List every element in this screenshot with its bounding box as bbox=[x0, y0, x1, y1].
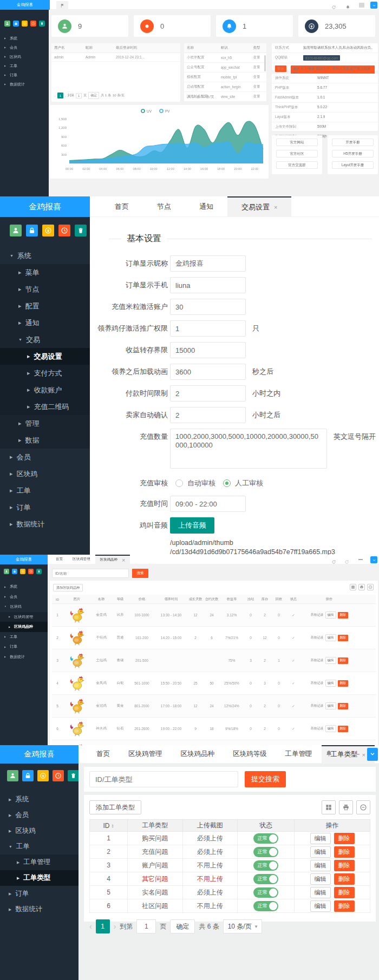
confirm-page-button[interactable]: 确定 bbox=[170, 919, 195, 933]
add-breed-button[interactable]: 添加区块鸡品种 bbox=[53, 584, 83, 591]
column-header[interactable]: 合约次数 bbox=[204, 597, 220, 602]
trash-icon[interactable] bbox=[39, 21, 45, 27]
status-toggle[interactable]: 正常 bbox=[253, 901, 278, 911]
tab-区块鸡管理[interactable]: 区块鸡管理 bbox=[68, 555, 95, 564]
prev-page[interactable]: ‹ bbox=[89, 922, 92, 931]
column-header[interactable]: 收益率 bbox=[220, 597, 244, 602]
sidebar-item-数据统计[interactable]: ▶数据统计 bbox=[0, 902, 79, 917]
status-toggle[interactable]: 正常 bbox=[253, 887, 278, 898]
sidebar-item-通知[interactable]: ▶通知 bbox=[0, 314, 90, 331]
sidebar-item-系统[interactable]: ▶系统 bbox=[0, 34, 49, 43]
sidebar-item-区块鸡[interactable]: ▶区块鸡 bbox=[0, 52, 49, 61]
sidebar-item-工单管理[interactable]: ▶工单管理 bbox=[0, 854, 79, 870]
current-page[interactable]: 1 bbox=[57, 93, 63, 98]
tab-首页[interactable]: 首页 bbox=[51, 555, 68, 564]
scrollbar[interactable] bbox=[264, 55, 266, 71]
delete-button[interactable]: 删除 bbox=[334, 873, 355, 885]
tab-区块鸡管理[interactable]: 区块鸡管理 bbox=[119, 745, 172, 763]
edit-button[interactable]: 编辑 bbox=[325, 725, 336, 732]
edit-button[interactable]: 编辑 bbox=[310, 887, 331, 898]
quick-link[interactable]: H5开发手册 bbox=[332, 150, 374, 157]
sidebar-item-系统[interactable]: ▼系统 bbox=[0, 247, 90, 264]
column-header[interactable]: 用户名 bbox=[51, 43, 83, 53]
search-button[interactable]: 搜索 bbox=[132, 569, 148, 578]
column-header[interactable]: 名称 bbox=[184, 43, 218, 53]
sidebar-item-数据统计[interactable]: ▶数据统计 bbox=[0, 80, 49, 89]
coin-icon[interactable] bbox=[22, 21, 28, 27]
sidebar-item-区块鸡管理[interactable]: ▶区块鸡管理 bbox=[0, 612, 48, 622]
close-tab-icon[interactable]: × bbox=[362, 752, 365, 758]
refresh-icon[interactable] bbox=[303, 749, 311, 760]
sidebar-item-充值二维码[interactable]: ▶充值二维码 bbox=[0, 398, 90, 415]
lock-icon[interactable] bbox=[22, 770, 34, 781]
radio-option-自动审核[interactable]: 自动审核 bbox=[175, 478, 215, 488]
search-input[interactable] bbox=[89, 771, 238, 787]
sidebar-item-配置[interactable]: ▶配置 bbox=[0, 298, 90, 314]
quick-link[interactable]: 官方交流群 bbox=[276, 161, 318, 169]
submit-search-button[interactable]: 提交搜索 bbox=[245, 771, 286, 787]
coin-icon[interactable] bbox=[20, 569, 25, 574]
quick-link[interactable]: 官方社区 bbox=[276, 150, 318, 157]
clock-icon[interactable] bbox=[53, 770, 64, 781]
app-logo[interactable]: 金鸡报喜 bbox=[0, 555, 48, 564]
next-page[interactable]: › bbox=[65, 94, 66, 97]
person-icon[interactable] bbox=[4, 569, 9, 574]
person-icon[interactable] bbox=[4, 21, 10, 27]
sidebar-item-区块鸡品种[interactable]: ▶区块鸡品种 bbox=[0, 622, 48, 632]
column-header[interactable]: 库存 bbox=[258, 597, 272, 602]
minimize-icon[interactable] bbox=[353, 754, 360, 755]
prev-page[interactable]: ‹ bbox=[55, 94, 56, 97]
tab-区块鸡品种[interactable]: 区块鸡品种 bbox=[172, 745, 224, 763]
column-header[interactable]: 操作 bbox=[301, 597, 357, 602]
edit-button[interactable]: 编辑 bbox=[325, 657, 336, 664]
field-input-收益转存界限[interactable] bbox=[170, 342, 246, 358]
clock-icon[interactable] bbox=[58, 225, 70, 236]
delete-button[interactable]: 删除 bbox=[334, 833, 355, 844]
sidebar-item-交易设置[interactable]: ▶交易设置 bbox=[0, 348, 90, 365]
sidebar-item-系统[interactable]: ▶系统 bbox=[0, 792, 79, 807]
column-header-操作[interactable]: 操作 bbox=[295, 820, 370, 832]
column-header[interactable]: 冻结 bbox=[244, 597, 258, 602]
sidebar-item-节点[interactable]: ▶节点 bbox=[0, 281, 90, 298]
sidebar-item-区块鸡[interactable]: ▼区块鸡 bbox=[0, 602, 48, 612]
app-logo[interactable]: 金鸡报喜 bbox=[0, 196, 90, 217]
field-input-充值时间[interactable] bbox=[170, 496, 246, 512]
delete-button[interactable]: 删除 bbox=[338, 703, 348, 709]
delete-button[interactable]: 删除 bbox=[334, 887, 355, 898]
sidebar-item-数据统计[interactable]: ▶数据统计 bbox=[0, 652, 48, 662]
sidebar-item-数据统计[interactable]: ▶数据统计 bbox=[0, 516, 90, 532]
sidebar-item-工单类型[interactable]: ▶工单类型 bbox=[0, 870, 79, 886]
edit-button[interactable]: 编辑 bbox=[325, 634, 336, 641]
grid-tool-icon[interactable] bbox=[350, 584, 356, 590]
column-header[interactable]: 昵称 bbox=[83, 43, 113, 53]
person-icon[interactable] bbox=[7, 770, 18, 781]
sort-icon[interactable]: ▲▼ bbox=[112, 824, 114, 828]
delete-button[interactable]: 删除 bbox=[338, 680, 348, 687]
status-toggle[interactable]: 正常 bbox=[253, 833, 278, 844]
edit-button[interactable]: 编辑 bbox=[310, 860, 331, 871]
sidebar-item-工单[interactable]: ▼工单 bbox=[0, 839, 79, 854]
refresh-icon[interactable] bbox=[331, 2, 336, 12]
sidebar-item-会员[interactable]: ▶会员 bbox=[0, 449, 90, 465]
delete-button[interactable]: 删除 bbox=[334, 900, 355, 912]
column-header[interactable]: 类型 bbox=[251, 43, 266, 53]
sidebar-item-管理[interactable]: ▶管理 bbox=[0, 415, 90, 432]
edit-button[interactable]: 编辑 bbox=[325, 611, 336, 619]
delete-button[interactable]: 删除 bbox=[334, 860, 355, 871]
field-input-卖家自动确认[interactable] bbox=[170, 407, 246, 423]
print-tool-icon[interactable] bbox=[358, 584, 365, 590]
trash-icon[interactable] bbox=[68, 770, 79, 781]
edit-button[interactable]: 编辑 bbox=[325, 702, 336, 709]
tab-首页[interactable]: 首页 bbox=[87, 745, 119, 763]
clock-icon[interactable] bbox=[28, 569, 34, 574]
delete-button[interactable]: 删除 bbox=[338, 726, 348, 732]
bell-icon[interactable] bbox=[345, 2, 350, 12]
record-link[interactable]: 养殖记录 bbox=[311, 613, 324, 617]
user-dropdown[interactable] bbox=[370, 556, 377, 563]
upload-audio-button[interactable]: 上传音频 bbox=[170, 517, 214, 534]
edit-button[interactable]: 编辑 bbox=[310, 873, 331, 885]
refresh-icon[interactable] bbox=[331, 557, 336, 567]
app-logo[interactable]: 金鸡报喜 bbox=[0, 0, 50, 10]
goto-page-input[interactable] bbox=[136, 919, 156, 933]
edit-button[interactable]: 编辑 bbox=[325, 680, 336, 687]
